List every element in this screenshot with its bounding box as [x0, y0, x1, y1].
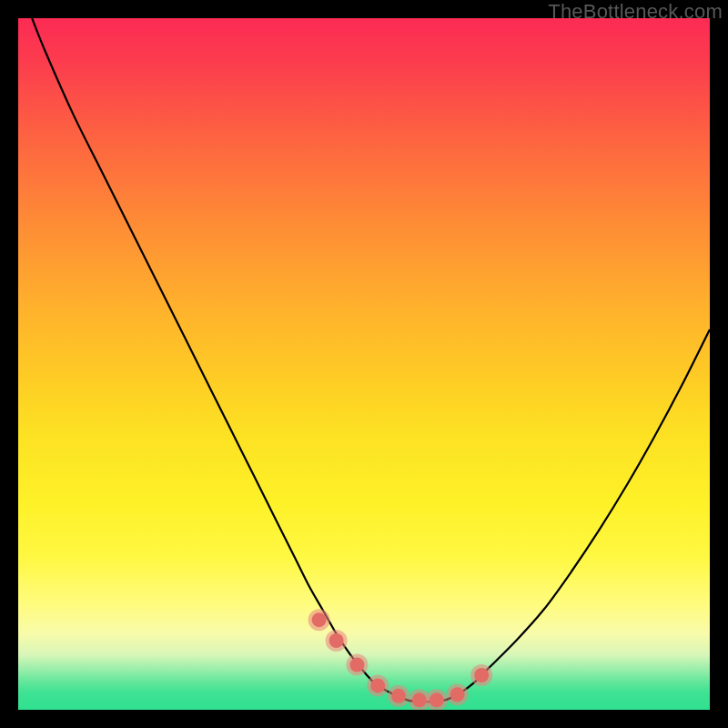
point-marker [450, 687, 465, 702]
point-marker [412, 693, 427, 707]
plot-area [18, 18, 710, 710]
watermark-label: TheBottleneck.com [548, 0, 723, 24]
chart-frame [18, 18, 710, 710]
point-marker [329, 633, 344, 648]
point-marker [370, 678, 385, 693]
point-marker [312, 612, 327, 627]
point-marker [474, 668, 489, 682]
point-marker [391, 689, 406, 703]
point-marker [430, 693, 444, 707]
curve-layer [18, 18, 710, 710]
point-marker [349, 658, 364, 672]
highlighted-points [308, 609, 493, 710]
bottleneck-curve [32, 18, 710, 702]
curve-path [32, 18, 710, 702]
